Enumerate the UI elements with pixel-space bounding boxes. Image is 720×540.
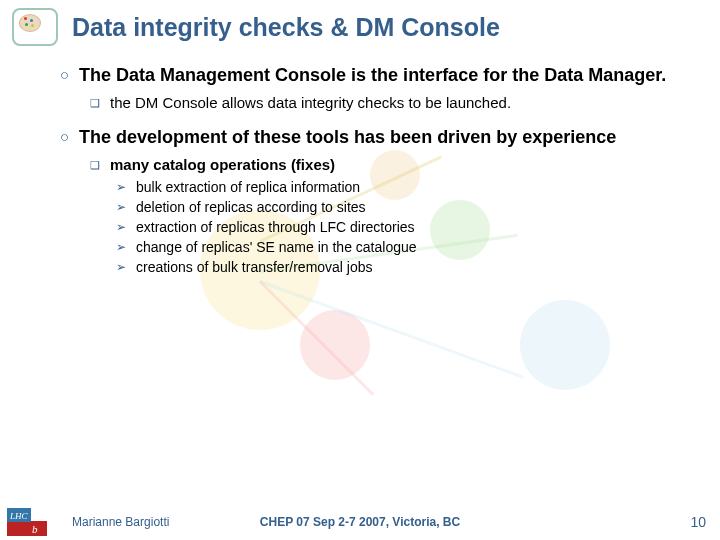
bullet-lvl3-text: deletion of replicas according to sites [136, 198, 366, 216]
bullet-lvl3-text: bulk extraction of replica information [136, 178, 360, 196]
bullet-arrow-icon: ➢ [116, 258, 126, 276]
footer-conference: CHEP 07 Sep 2-7 2007, Victoria, BC [260, 515, 460, 529]
slide-footer: LHC b Marianne Bargiotti CHEP 07 Sep 2-7… [0, 504, 720, 540]
bullet-lvl3-text: extraction of replicas through LFC direc… [136, 218, 415, 236]
bullet-square-icon: ❑ [90, 156, 100, 174]
lhcb-logo-icon: LHC b [6, 507, 48, 537]
bullet-circle-icon: ○ [60, 126, 69, 148]
slide-title: Data integrity checks & DM Console [72, 13, 500, 42]
bullet-arrow-icon: ➢ [116, 178, 126, 196]
bullet-lvl1-text: The development of these tools has been … [79, 126, 616, 148]
slide-header: Data integrity checks & DM Console [0, 0, 720, 52]
bullet-lvl1-text: The Data Management Console is the inter… [79, 64, 666, 86]
slide-body: ○ The Data Management Console is the int… [0, 52, 720, 276]
bullet-arrow-icon: ➢ [116, 238, 126, 256]
palette-icon [12, 8, 58, 46]
bullet-arrow-icon: ➢ [116, 198, 126, 216]
footer-page-number: 10 [690, 514, 706, 530]
svg-text:b: b [32, 523, 38, 535]
bullet-lvl2-text: the DM Console allows data integrity che… [110, 94, 511, 112]
bullet-arrow-icon: ➢ [116, 218, 126, 236]
bullet-lvl2-text: many catalog operations (fixes) [110, 156, 335, 174]
bullet-lvl3-text: creations of bulk transfer/removal jobs [136, 258, 373, 276]
bullet-lvl3-text: change of replicas' SE name in the catal… [136, 238, 417, 256]
bullet-circle-icon: ○ [60, 64, 69, 86]
svg-text:LHC: LHC [9, 511, 29, 521]
svg-rect-0 [7, 521, 47, 536]
bullet-square-icon: ❑ [90, 94, 100, 112]
footer-author: Marianne Bargiotti [72, 515, 169, 529]
